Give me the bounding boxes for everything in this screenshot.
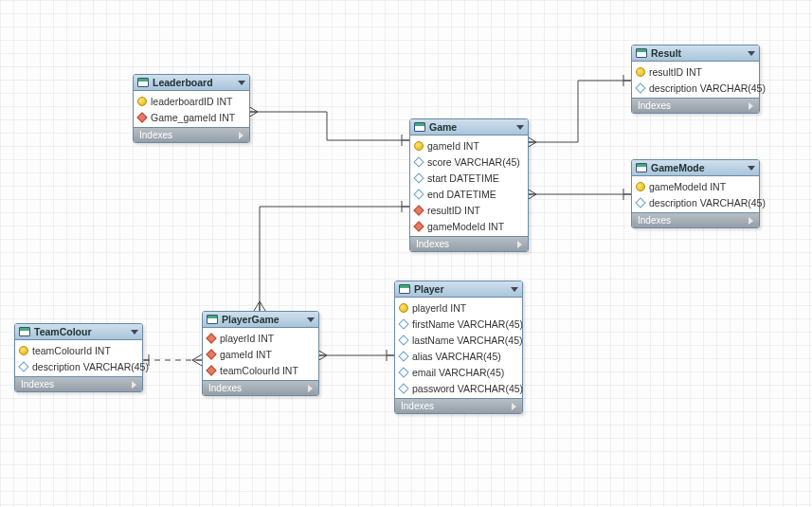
column[interactable]: gameModeId INT xyxy=(410,218,528,234)
column[interactable]: gameModeId INT xyxy=(632,178,759,194)
edge-game-gamemode xyxy=(527,189,631,200)
indexes-label: Indexes xyxy=(139,130,172,140)
column[interactable]: email VARCHAR(45) xyxy=(395,364,522,380)
column[interactable]: description VARCHAR(45) xyxy=(632,194,759,210)
attr-icon xyxy=(413,172,424,183)
attr-icon xyxy=(18,361,28,371)
column[interactable]: score VARCHAR(45) xyxy=(410,154,528,170)
chevron-right-icon xyxy=(517,241,522,248)
column[interactable]: resultID INT xyxy=(410,202,528,218)
entity-header-game[interactable]: Game xyxy=(410,119,528,136)
attr-icon xyxy=(413,189,424,199)
indexes-section[interactable]: Indexes xyxy=(15,376,142,391)
column-label: playerId INT xyxy=(412,301,466,315)
entity-leaderboard[interactable]: Leaderboard leaderboardID INT Game_gameI… xyxy=(133,74,250,143)
chevron-down-icon[interactable] xyxy=(307,317,315,322)
column-label: Game_gameId INT xyxy=(151,111,235,124)
chevron-down-icon[interactable] xyxy=(131,330,138,335)
entity-header-result[interactable]: Result xyxy=(632,45,759,62)
entity-title: Player xyxy=(414,283,444,295)
entity-header-leaderboard[interactable]: Leaderboard xyxy=(134,75,249,91)
edge-game-result xyxy=(527,75,631,148)
column-label: leaderboardID INT xyxy=(151,95,232,108)
column-label: playerId INT xyxy=(220,332,274,345)
column[interactable]: lastName VARCHAR(45) xyxy=(395,332,522,348)
chevron-right-icon xyxy=(132,381,136,389)
entity-gamemode[interactable]: GameMode gameModeId INT description VARC… xyxy=(631,159,760,228)
entity-title: Leaderboard xyxy=(153,77,213,88)
column[interactable]: firstName VARCHAR(45) xyxy=(395,316,522,332)
column[interactable]: gameId INT xyxy=(410,137,528,154)
chevron-down-icon[interactable] xyxy=(748,51,755,56)
entity-header-playergame[interactable]: PlayerGame xyxy=(203,312,318,328)
chevron-down-icon[interactable] xyxy=(748,166,755,171)
columns: teamColourId INT description VARCHAR(45) xyxy=(15,340,142,376)
indexes-section[interactable]: Indexes xyxy=(410,236,528,251)
table-icon xyxy=(414,122,425,132)
column-label: gameId INT xyxy=(220,348,272,361)
edge-playergame-player xyxy=(317,350,394,361)
column[interactable]: Game_gameId INT xyxy=(134,109,249,125)
edge-playergame-game xyxy=(254,201,409,311)
column[interactable]: playerId INT xyxy=(203,330,318,346)
column[interactable]: resultID INT xyxy=(632,63,759,80)
indexes-label: Indexes xyxy=(401,401,434,411)
er-canvas[interactable]: { "indexes_label": "Indexes", "entities"… xyxy=(0,0,812,507)
chevron-down-icon[interactable] xyxy=(516,125,524,130)
entity-player[interactable]: Player playerId INT firstName VARCHAR(45… xyxy=(394,281,523,414)
edge-leaderboard-game xyxy=(248,106,409,146)
column-label: password VARCHAR(45) xyxy=(412,382,523,395)
column-label: lastName VARCHAR(45) xyxy=(412,334,523,347)
chevron-down-icon[interactable] xyxy=(238,81,245,85)
attr-icon xyxy=(635,197,645,208)
entity-game[interactable]: Game gameId INT score VARCHAR(45) start … xyxy=(409,118,529,252)
chevron-right-icon xyxy=(239,132,244,139)
table-icon xyxy=(399,284,410,294)
fk-icon xyxy=(413,205,424,215)
column[interactable]: end DATETIME xyxy=(410,186,528,202)
chevron-right-icon xyxy=(749,217,753,225)
entity-header-player[interactable]: Player xyxy=(395,281,522,298)
pk-icon xyxy=(414,141,424,151)
column[interactable]: gameId INT xyxy=(203,346,318,362)
indexes-section[interactable]: Indexes xyxy=(632,98,759,113)
entity-teamcolour[interactable]: TeamColour teamColourId INT description … xyxy=(14,323,143,392)
entity-header-teamcolour[interactable]: TeamColour xyxy=(15,324,142,340)
attr-icon xyxy=(398,318,408,329)
entity-result[interactable]: Result resultID INT description VARCHAR(… xyxy=(631,45,760,114)
indexes-section[interactable]: Indexes xyxy=(632,212,759,227)
column[interactable]: password VARCHAR(45) xyxy=(395,380,522,396)
table-icon xyxy=(636,48,647,58)
column-label: gameModeId INT xyxy=(649,180,726,193)
column[interactable]: description VARCHAR(45) xyxy=(15,358,142,374)
entity-playergame[interactable]: PlayerGame playerId INT gameId INT teamC… xyxy=(202,311,319,396)
attr-icon xyxy=(398,351,408,361)
column-label: start DATETIME xyxy=(427,172,499,185)
indexes-label: Indexes xyxy=(21,379,54,389)
columns: leaderboardID INT Game_gameId INT xyxy=(134,91,249,127)
indexes-section[interactable]: Indexes xyxy=(395,398,522,413)
column-label: gameModeId INT xyxy=(427,220,504,233)
column[interactable]: leaderboardID INT xyxy=(134,93,249,109)
fk-icon xyxy=(136,112,147,122)
column-label: teamColourId INT xyxy=(220,364,298,377)
entity-header-gamemode[interactable]: GameMode xyxy=(632,160,759,176)
column[interactable]: playerId INT xyxy=(395,299,522,316)
chevron-down-icon[interactable] xyxy=(511,287,518,292)
table-icon xyxy=(636,163,647,172)
entity-title: TeamColour xyxy=(34,326,91,337)
column[interactable]: alias VARCHAR(45) xyxy=(395,348,522,364)
column[interactable]: start DATETIME xyxy=(410,170,528,186)
column-label: end DATETIME xyxy=(427,188,496,201)
column[interactable]: teamColourId INT xyxy=(15,342,142,358)
column[interactable]: teamColourId INT xyxy=(203,362,318,378)
column[interactable]: description VARCHAR(45) xyxy=(632,80,759,96)
indexes-label: Indexes xyxy=(416,239,449,249)
indexes-label: Indexes xyxy=(208,383,242,393)
columns: gameId INT score VARCHAR(45) start DATET… xyxy=(410,136,528,236)
columns: gameModeId INT description VARCHAR(45) xyxy=(632,176,759,212)
columns: resultID INT description VARCHAR(45) xyxy=(632,62,759,98)
indexes-section[interactable]: Indexes xyxy=(203,380,318,395)
indexes-section[interactable]: Indexes xyxy=(134,127,249,142)
column-label: email VARCHAR(45) xyxy=(412,366,504,379)
